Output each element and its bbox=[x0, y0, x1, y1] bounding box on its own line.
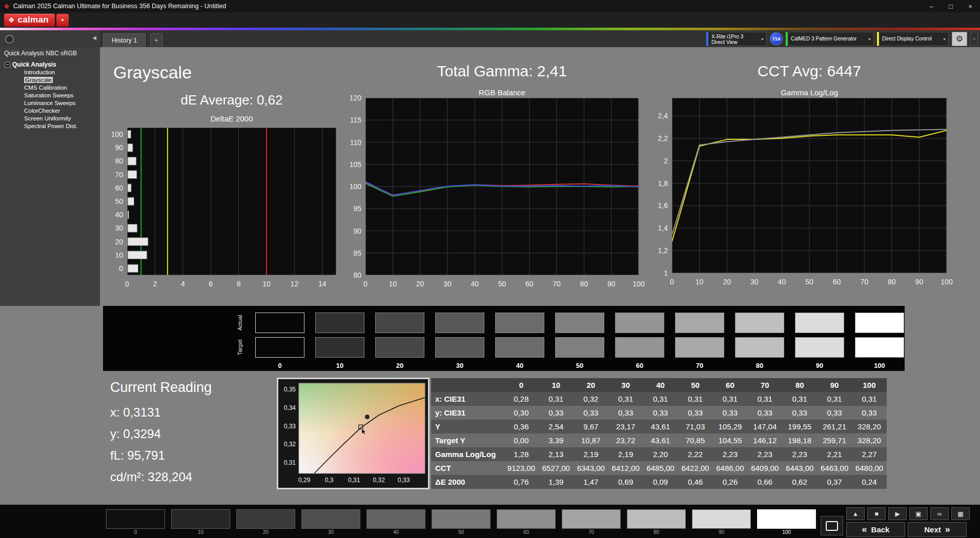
sidebar-item-spectral-power-dist-[interactable]: Spectral Power Dist. bbox=[0, 122, 100, 130]
patch-label: 10 bbox=[171, 529, 230, 536]
actual-swatch-0 bbox=[255, 313, 304, 333]
next-chevron-icon: » bbox=[945, 524, 950, 535]
workflow-sidebar: Quick Analysis NBC sRGB Quick Analysis I… bbox=[0, 47, 100, 306]
maximize-button[interactable]: □ bbox=[941, 0, 961, 12]
logo-menu-button[interactable]: ▼ bbox=[56, 14, 69, 27]
svg-text:40: 40 bbox=[471, 280, 479, 288]
sidebar-item-quick-analysis[interactable]: Quick Analysis bbox=[0, 60, 100, 69]
svg-text:110: 110 bbox=[350, 138, 362, 147]
tree-expander-icon[interactable] bbox=[5, 62, 10, 68]
pattern-window-button[interactable]: ▦ bbox=[951, 507, 970, 520]
sidebar-item-luminance-sweeps[interactable]: Luminance Sweeps bbox=[0, 99, 100, 107]
pattern-display-button[interactable] bbox=[821, 516, 843, 535]
svg-text:14: 14 bbox=[318, 280, 326, 288]
svg-text:0,35: 0,35 bbox=[284, 386, 296, 393]
sidebar-item-introduction[interactable]: Introduction bbox=[0, 69, 100, 76]
chevron-down-icon: ▼ bbox=[868, 36, 871, 42]
table-row-label: CCT bbox=[431, 461, 504, 475]
back-button[interactable]: « Back bbox=[846, 522, 905, 537]
tab-history-1[interactable]: History 1 bbox=[103, 33, 146, 47]
patch-button-100[interactable]: 100 bbox=[757, 509, 816, 536]
minimize-button[interactable]: – bbox=[922, 0, 941, 12]
workspace-menu-button[interactable] bbox=[5, 35, 14, 44]
meter-name: X-Rite i1Pro 3 bbox=[711, 34, 758, 39]
next-button[interactable]: Next » bbox=[908, 522, 967, 537]
patch-label: 0 bbox=[106, 529, 165, 536]
workflow-tree-items: IntroductionGrayscaleCMS CalibrationSatu… bbox=[0, 69, 100, 130]
table-column-header: 70 bbox=[747, 378, 782, 392]
eject-button[interactable]: ▲ bbox=[846, 507, 865, 520]
patch-button-60[interactable]: 60 bbox=[497, 509, 556, 536]
patch-button-40[interactable]: 40 bbox=[366, 509, 425, 536]
svg-text:100: 100 bbox=[632, 280, 645, 288]
patch-button-90[interactable]: 90 bbox=[692, 509, 751, 536]
table-value-cell: 6409,00 bbox=[747, 461, 782, 475]
patch-button-10[interactable]: 10 bbox=[171, 509, 230, 536]
patch-button-70[interactable]: 70 bbox=[562, 509, 621, 536]
svg-text:10: 10 bbox=[696, 278, 704, 286]
panel-expand-button[interactable]: » bbox=[970, 32, 978, 46]
display-control-dropdown[interactable]: Direct Display Control ▼ bbox=[877, 32, 949, 46]
sidebar-collapse-button[interactable]: ◀ bbox=[92, 35, 96, 40]
patch-label: 30 bbox=[301, 529, 360, 536]
close-button[interactable]: × bbox=[961, 0, 980, 12]
svg-text:0: 0 bbox=[119, 264, 123, 273]
actual-swatch-50 bbox=[555, 313, 604, 333]
meter-mode: Direct View bbox=[711, 39, 758, 45]
target-swatch-60 bbox=[615, 337, 664, 358]
swatch-label-spacer bbox=[235, 362, 244, 369]
patch-button-50[interactable]: 50 bbox=[432, 509, 491, 536]
svg-text:50: 50 bbox=[115, 197, 123, 205]
table-value-cell: 0,69 bbox=[608, 475, 643, 489]
pattern-generator-dropdown[interactable]: CalMED 3 Pattern Generator ▼ bbox=[786, 32, 874, 46]
swatch-column-label: 50 bbox=[555, 362, 604, 369]
sidebar-item-colorchecker[interactable]: ColorChecker bbox=[0, 107, 100, 115]
sidebar-item-grayscale[interactable]: Grayscale bbox=[0, 76, 100, 84]
continuous-measure-button[interactable]: ∞ bbox=[930, 507, 949, 520]
patch-button-0[interactable]: 0 bbox=[106, 509, 165, 536]
navigation-buttons: « Back Next » bbox=[846, 522, 967, 537]
svg-text:20: 20 bbox=[416, 280, 424, 288]
svg-text:2,2: 2,2 bbox=[658, 134, 668, 142]
table-value-cell: 3,39 bbox=[539, 433, 574, 447]
grayscale-swatch-panel: Actual Target 0102030405060708090100 bbox=[103, 306, 905, 371]
sidebar-item-cms-calibration[interactable]: CMS Calibration bbox=[0, 84, 100, 92]
table-value-cell: 259,71 bbox=[817, 433, 852, 447]
patch-label: 100 bbox=[757, 529, 816, 536]
play-button[interactable]: ▶ bbox=[888, 507, 907, 520]
patch-button-30[interactable]: 30 bbox=[301, 509, 360, 536]
swatch-column-label: 0 bbox=[255, 362, 304, 369]
cie-chart-panel[interactable]: 0,290,30,310,320,330,310,320,330,340,35 bbox=[277, 378, 430, 489]
stop-button[interactable]: ■ bbox=[867, 507, 886, 520]
sidebar-item-saturation-sweeps[interactable]: Saturation Sweeps bbox=[0, 92, 100, 99]
window-title: Calman 2025 Calman Ultimate for Business… bbox=[13, 3, 226, 10]
sidebar-item-screen-uniformity[interactable]: Screen Uniformity bbox=[0, 115, 100, 122]
svg-text:50: 50 bbox=[498, 280, 506, 288]
add-tab-button[interactable]: + bbox=[150, 33, 162, 47]
patch-label: 50 bbox=[432, 529, 491, 536]
table-value-cell: 0,31 bbox=[539, 392, 574, 406]
save-button[interactable]: ▣ bbox=[909, 507, 928, 520]
svg-text:2: 2 bbox=[664, 157, 668, 165]
svg-text:60: 60 bbox=[115, 184, 123, 192]
table-value-cell: 71,03 bbox=[678, 420, 713, 433]
table-value-cell: 0,00 bbox=[504, 433, 539, 447]
meter-count-badge[interactable]: 716 bbox=[770, 32, 783, 45]
target-swatch-80 bbox=[735, 337, 784, 358]
display-icon bbox=[826, 521, 838, 531]
table-value-cell: 0,33 bbox=[747, 406, 782, 420]
patch-button-20[interactable]: 20 bbox=[236, 509, 295, 536]
settings-gear-button[interactable]: ⚙ bbox=[952, 32, 967, 46]
cie-chart: 0,290,30,310,320,330,310,320,330,340,35 bbox=[278, 379, 428, 488]
calman-logo[interactable]: ❖ calman bbox=[4, 14, 55, 27]
patch-swatch bbox=[366, 509, 425, 529]
table-value-cell: 0,62 bbox=[782, 475, 817, 489]
table-row-label: Y bbox=[431, 420, 504, 433]
table-value-cell: 0,33 bbox=[539, 406, 574, 420]
svg-text:80: 80 bbox=[353, 271, 361, 279]
table-value-cell: 6422,00 bbox=[678, 461, 713, 475]
meter-dropdown[interactable]: X-Rite i1Pro 3 Direct View ▼ bbox=[706, 32, 767, 46]
rgb-balance-chart: 0102030405060708090100808590951001051101… bbox=[342, 94, 646, 293]
patch-button-80[interactable]: 80 bbox=[627, 509, 686, 536]
sidebar-item-label: Grayscale bbox=[24, 77, 53, 83]
